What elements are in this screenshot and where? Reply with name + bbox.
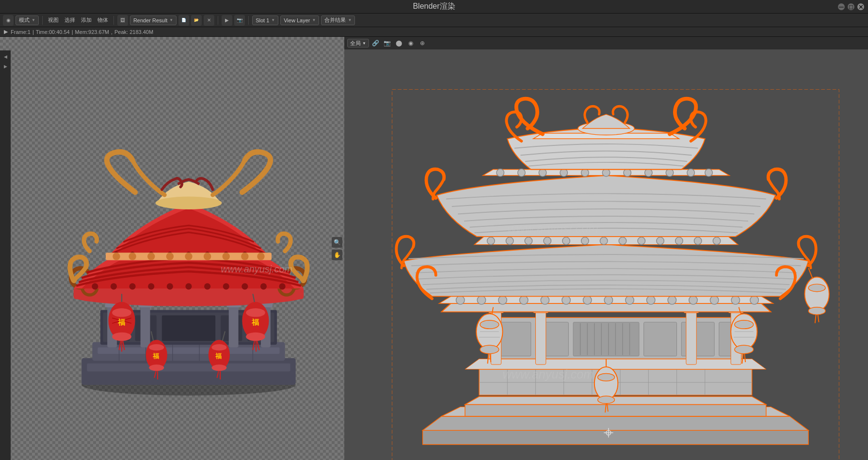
model-viewport[interactable]: www.anyusj.com www.anyusj.com xyxy=(344,49,868,460)
viewport-mode-arrow: ▼ xyxy=(362,41,366,46)
svg-rect-110 xyxy=(573,322,639,356)
time-info: Time:00:40.54 xyxy=(36,29,70,35)
svg-point-194 xyxy=(808,284,825,292)
svg-point-180 xyxy=(735,320,754,329)
svg-text:福: 福 xyxy=(117,318,125,326)
svg-point-67 xyxy=(112,333,131,341)
separator-3 xyxy=(218,16,218,25)
peak-info: Peak: 2183.40M xyxy=(114,29,153,35)
svg-text:福: 福 xyxy=(215,352,222,360)
svg-point-54 xyxy=(113,253,120,260)
svg-rect-16 xyxy=(162,315,215,341)
svg-rect-119 xyxy=(644,322,677,356)
menu-view[interactable]: 视图 xyxy=(46,16,61,24)
new-icon[interactable]: 📄 xyxy=(178,15,189,26)
menu-add[interactable]: 添加 xyxy=(79,16,94,24)
view-layer-dropdown[interactable]: View Layer ▼ xyxy=(280,16,319,25)
app-title: Blender渲染 xyxy=(413,1,455,12)
svg-rect-21 xyxy=(229,304,239,347)
minimize-button[interactable]: ─ xyxy=(838,3,845,10)
menu-select[interactable]: 选择 xyxy=(63,16,77,24)
blender-logo-icon[interactable]: ◉ xyxy=(3,15,14,26)
svg-rect-20 xyxy=(141,304,150,347)
svg-point-41 xyxy=(241,283,248,289)
viewport-mode-label: 全局 xyxy=(350,40,361,47)
render-result-dropdown[interactable]: Render Result ▼ xyxy=(130,16,177,25)
svg-point-141 xyxy=(689,296,697,304)
render-icon[interactable]: ▶ xyxy=(222,15,232,26)
merge-dropdown[interactable]: 合并结果 ▼ xyxy=(321,16,355,25)
svg-point-146 xyxy=(506,237,514,245)
svg-text:www.anyusj.com: www.anyusj.com xyxy=(503,367,594,381)
shading-icon[interactable]: ⬤ xyxy=(394,38,404,48)
close-render-icon[interactable]: ✕ xyxy=(204,15,214,26)
svg-point-161 xyxy=(560,169,568,176)
maximize-button[interactable]: □ xyxy=(848,3,854,10)
svg-point-162 xyxy=(581,169,589,176)
left-panel: ◀ ▶ xyxy=(0,37,344,460)
svg-point-165 xyxy=(645,169,653,176)
overlay-icon[interactable]: ◉ xyxy=(406,38,416,48)
svg-point-181 xyxy=(735,345,754,353)
svg-point-189 xyxy=(598,396,615,404)
svg-point-149 xyxy=(563,237,570,245)
hand-tool-button[interactable]: ✋ xyxy=(332,250,342,260)
svg-point-147 xyxy=(525,237,532,245)
svg-point-39 xyxy=(204,283,210,289)
svg-rect-3 xyxy=(87,364,290,372)
svg-point-163 xyxy=(602,169,610,176)
svg-point-83 xyxy=(246,308,265,317)
camera-viewport-icon[interactable]: 📷 xyxy=(383,38,392,48)
svg-point-66 xyxy=(112,308,131,317)
mode-dropdown[interactable]: 模式 ▼ xyxy=(16,16,39,25)
svg-point-172 xyxy=(480,320,499,329)
slot-arrow: ▼ xyxy=(271,18,275,22)
close-button[interactable]: ✕ xyxy=(857,3,864,10)
svg-point-40 xyxy=(223,283,229,289)
svg-point-145 xyxy=(487,237,495,245)
image-icon[interactable]: 🖼 xyxy=(117,15,128,26)
right-panel: 全局 ▼ 🔗 📷 ⬤ ◉ ⊕ xyxy=(344,37,868,460)
camera-icon[interactable]: 📷 xyxy=(234,15,245,26)
svg-point-55 xyxy=(129,253,136,260)
svg-point-76 xyxy=(149,344,164,350)
gizmo-icon[interactable]: ⊕ xyxy=(418,38,427,48)
slot-dropdown[interactable]: Slot 1 ▼ xyxy=(252,16,278,25)
svg-point-137 xyxy=(604,296,612,304)
sidebar-tool-1[interactable]: ▶ xyxy=(1,62,10,71)
view-layer-label: View Layer xyxy=(284,17,310,23)
search-tool-button[interactable]: 🔍 xyxy=(332,237,342,248)
window-controls[interactable]: ─ □ ✕ xyxy=(838,3,864,10)
open-icon[interactable]: 📂 xyxy=(191,15,202,26)
svg-rect-108 xyxy=(498,322,531,356)
svg-point-154 xyxy=(657,237,664,245)
3d-viewport-svg: www.anyusj.com www.anyusj.com xyxy=(344,49,868,460)
svg-point-173 xyxy=(480,345,499,353)
slot-label: Slot 1 xyxy=(256,17,269,23)
lock-icon[interactable]: 🔗 xyxy=(371,38,381,48)
sidebar-arrow-icon[interactable]: ◀ xyxy=(1,52,10,61)
svg-point-130 xyxy=(456,296,465,304)
menu-object[interactable]: 物体 xyxy=(96,16,110,24)
svg-point-38 xyxy=(185,283,192,289)
svg-point-166 xyxy=(666,169,674,176)
separator-1 xyxy=(42,16,43,25)
svg-point-34 xyxy=(111,283,117,289)
render-result-arrow: ▼ xyxy=(169,18,173,22)
svg-point-133 xyxy=(519,296,528,304)
main-area: ◀ ▶ xyxy=(0,37,868,460)
svg-rect-123 xyxy=(535,310,546,365)
svg-point-143 xyxy=(731,296,739,304)
svg-point-188 xyxy=(598,373,615,381)
svg-point-159 xyxy=(518,169,526,176)
sidebar-toggle[interactable]: ▶ xyxy=(4,29,8,35)
svg-point-148 xyxy=(544,237,551,245)
viewport-mode-dropdown[interactable]: 全局 ▼ xyxy=(347,39,369,48)
svg-point-42 xyxy=(260,283,267,289)
svg-point-150 xyxy=(581,237,589,245)
svg-point-160 xyxy=(539,169,547,176)
title-bar: Blender渲染 ─ □ ✕ xyxy=(0,0,868,14)
mode-label: 模式 xyxy=(19,16,30,24)
svg-point-157 xyxy=(713,237,721,245)
svg-point-35 xyxy=(129,283,136,289)
